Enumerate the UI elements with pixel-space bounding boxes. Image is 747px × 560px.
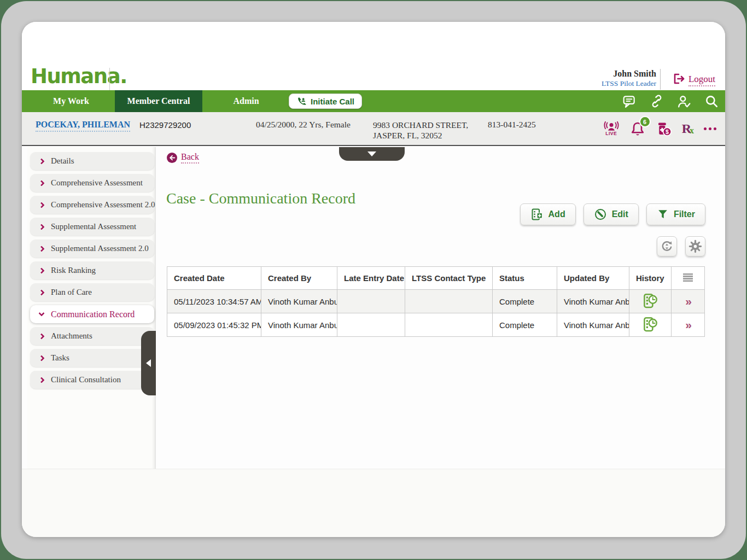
rx-x: x (690, 126, 694, 136)
notification-badge: 6 (639, 116, 651, 127)
collapse-sidebar-handle[interactable] (141, 331, 156, 395)
phone-person-icon (296, 96, 307, 107)
sidebar-item-supplemental-assessment-2[interactable]: Supplemental Assessment 2.0 (30, 240, 154, 258)
col-history[interactable]: History (629, 267, 672, 290)
history-icon[interactable] (642, 293, 658, 309)
chevron-down-icon (38, 310, 44, 316)
notifications-bell-icon[interactable]: 6 (629, 121, 646, 137)
cell-status: Complete (493, 313, 557, 337)
medication-cost-icon[interactable]: $ (656, 120, 672, 137)
header-divider (660, 69, 661, 90)
col-ltss-contact-type[interactable]: LTSS Contact Type (405, 267, 493, 290)
back-label: Back (181, 152, 199, 164)
tab-member-central[interactable]: Member Central (115, 90, 202, 112)
search-icon[interactable] (704, 94, 719, 108)
col-updated-by[interactable]: Updated By (557, 267, 629, 290)
main-pane: Back Case - Communication Record Add (156, 147, 725, 469)
back-button[interactable]: Back (167, 152, 199, 164)
row-expand-icon[interactable]: » (685, 295, 691, 307)
col-status[interactable]: Status (493, 267, 557, 290)
cell-late-entry-date (337, 290, 405, 313)
chevron-right-icon (38, 158, 44, 164)
sidebar-item-comprehensive-assessment[interactable]: Comprehensive Assessment (30, 174, 154, 192)
settings-gear-icon (688, 239, 703, 254)
back-arrow-icon (167, 153, 177, 163)
rows-menu-icon (682, 273, 694, 282)
initiate-call-button[interactable]: Initiate Call (289, 94, 362, 109)
cell-history (629, 290, 672, 313)
filter-button[interactable]: Filter (646, 203, 705, 225)
toolbar: Add Edit Filter (520, 203, 705, 225)
table-row[interactable]: 05/09/2023 01:45:32 PM Vinoth Kumar Anbu… (167, 313, 705, 337)
sidebar-item-details[interactable]: Details (30, 152, 154, 170)
chevron-right-icon (38, 355, 44, 361)
humana-logo: Humana. (31, 65, 127, 88)
logout-button[interactable]: Logout (672, 72, 715, 88)
member-demographics: 04/25/2000, 22 Yrs, Female (256, 120, 351, 130)
table-header-row: Created Date Created By Late Entry Date … (167, 267, 705, 290)
tab-admin[interactable]: Admin (202, 90, 290, 112)
filter-funnel-icon (657, 208, 669, 220)
communication-record-table: Created Date Created By Late Entry Date … (167, 266, 705, 337)
edit-pencil-icon (594, 208, 607, 221)
cell-updated-by: Vinoth Kumar Anbu (557, 313, 629, 337)
link-icon[interactable] (650, 94, 664, 108)
tab-my-work[interactable]: My Work (27, 90, 115, 112)
logout-label: Logout (688, 74, 715, 86)
cell-ltss-contact-type (405, 313, 493, 337)
chat-icon[interactable] (622, 94, 637, 108)
rx-icon[interactable]: R x (682, 121, 694, 136)
sidebar-item-plan-of-care[interactable]: Plan of Care (30, 283, 154, 301)
sidebar-item-comprehensive-assessment-2[interactable]: Comprehensive Assessment 2.0 (30, 196, 154, 214)
member-icon-group: LIVE 6 $ (603, 112, 716, 145)
logo-divider (109, 68, 110, 91)
member-phone: 813-041-2425 (488, 120, 536, 130)
more-ellipsis-icon[interactable] (704, 127, 716, 130)
chevron-right-icon (38, 333, 44, 339)
table-row[interactable]: 05/11/2023 10:34:57 AM Vinoth Kumar Anbu… (167, 290, 705, 313)
cell-created-date: 05/11/2023 10:34:57 AM (167, 290, 261, 313)
nav-icon-group (622, 90, 719, 112)
page-title: Case - Communication Record (166, 190, 355, 207)
cell-created-date: 05/09/2023 01:45:32 PM (167, 313, 261, 337)
sidebar-item-communication-record[interactable]: Communication Record (30, 305, 154, 323)
refresh-button[interactable] (657, 236, 677, 256)
svg-text:$: $ (666, 129, 669, 135)
settings-button[interactable] (685, 236, 705, 256)
cell-created-by: Vinoth Kumar Anbu (261, 313, 337, 337)
member-id: H2329729200 (139, 120, 191, 130)
add-button[interactable]: Add (520, 203, 576, 225)
user-info: John Smith LTSS Pilot Leader (602, 69, 656, 88)
filter-label: Filter (674, 209, 695, 219)
cell-more: » (672, 313, 705, 337)
member-name-link[interactable]: POCEKAY, PHILEMAN (36, 120, 130, 132)
live-label: LIVE (605, 131, 617, 136)
sidebar-item-supplemental-assessment[interactable]: Supplemental Assessment (30, 218, 154, 236)
person-check-icon[interactable] (677, 94, 691, 108)
case-sidebar: Details Comprehensive Assessment Compreh… (27, 147, 156, 469)
live-broadcast-icon[interactable]: LIVE (603, 121, 620, 136)
col-menu[interactable] (672, 267, 705, 290)
col-late-entry-date[interactable]: Late Entry Date (337, 267, 405, 290)
member-address-line2: JASPER, FL, 32052 (373, 130, 468, 141)
sidebar-item-clinical-consultation[interactable]: Clinical Consultation (30, 371, 154, 389)
sidebar-item-attachments[interactable]: Attachments (30, 327, 154, 345)
logout-icon (672, 72, 685, 88)
edit-button[interactable]: Edit (583, 203, 639, 225)
primary-nav: My Work Member Central Admin Initiate Ca… (22, 90, 725, 112)
refresh-icon (660, 240, 674, 253)
add-record-icon (530, 208, 544, 221)
cell-ltss-contact-type (405, 290, 493, 313)
chevron-right-icon (38, 180, 44, 186)
cell-updated-by: Vinoth Kumar Anbu (557, 290, 629, 313)
add-label: Add (548, 209, 565, 219)
sidebar-item-tasks[interactable]: Tasks (30, 349, 154, 367)
sidebar-item-risk-ranking[interactable]: Risk Ranking (30, 261, 154, 279)
footer-band (22, 469, 725, 537)
row-expand-icon[interactable]: » (685, 318, 691, 331)
col-created-date[interactable]: Created Date (167, 267, 261, 290)
initiate-call-label: Initiate Call (311, 97, 354, 106)
col-created-by[interactable]: Created By (261, 267, 337, 290)
cell-more: » (672, 290, 705, 313)
history-icon[interactable] (642, 316, 658, 332)
